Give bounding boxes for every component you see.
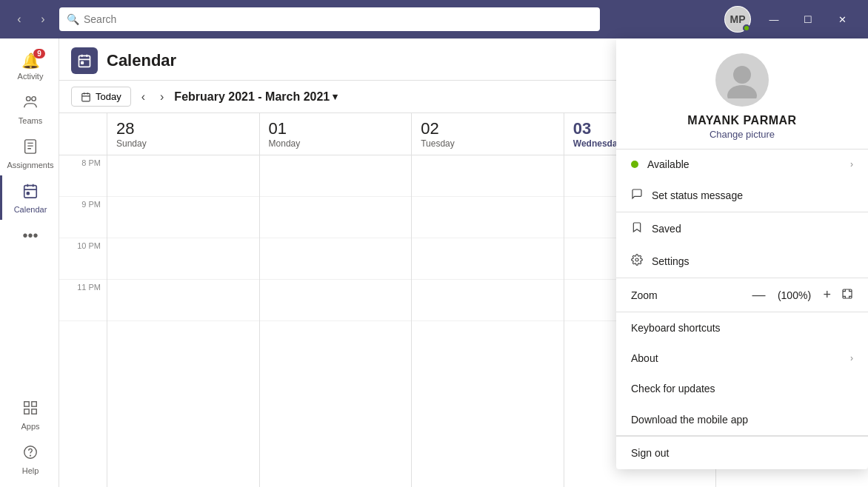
cell-02-9pm[interactable] [412,197,564,238]
day-header-02: 02 Tuesday [411,113,564,155]
status-chevron: › [850,159,853,169]
nav-buttons: ‹ › [9,9,53,30]
sign-out-item[interactable]: Sign out [616,436,868,469]
sidebar-item-assignments[interactable]: Assignments [0,131,59,175]
cell-28-11pm[interactable] [107,280,259,321]
day-number-02: 02 [421,119,555,138]
profile-avatar [715,53,769,107]
next-week-button[interactable]: › [156,87,168,107]
check-updates-item[interactable]: Check for updates [616,373,868,404]
svg-rect-12 [81,62,84,64]
about-item[interactable]: About › [616,343,868,373]
status-message-icon [631,188,643,203]
avatar-status-dot [743,24,750,32]
search-input[interactable] [84,13,592,25]
sidebar-item-apps[interactable]: Apps [0,392,59,437]
maximize-button[interactable]: ☐ [791,7,825,31]
help-icon [22,444,39,464]
svg-rect-5 [24,402,29,406]
zoom-value: (100%) [775,289,812,301]
sidebar-item-more[interactable]: ••• [0,220,59,250]
about-label: About [631,352,658,364]
svg-point-10 [30,455,31,456]
day-number-01: 01 [269,119,403,138]
svg-point-0 [27,97,31,101]
change-picture-link[interactable]: Change picture [628,129,856,140]
close-button[interactable]: ✕ [825,7,859,31]
sidebar-label-apps: Apps [21,422,39,431]
sidebar-label-help: Help [22,466,39,475]
sidebar-label-assignments: Assignments [7,161,54,169]
day-label-28: Sunday [116,138,250,149]
back-button[interactable]: ‹ [9,9,30,30]
main-layout: 🔔 9 Activity Teams Assignments [0,38,868,487]
settings-icon [631,254,643,269]
download-mobile-item[interactable]: Download the mobile app [616,404,868,435]
day-col-02 [411,155,564,487]
status-available-label: Available [647,158,690,170]
minimize-button[interactable]: — [757,7,791,31]
titlebar: ‹ › 🔍 MP — ☐ ✕ [0,0,868,38]
date-range-label: February 2021 - March 2021 [174,90,330,104]
svg-rect-17 [843,289,852,298]
zoom-fullscreen-icon[interactable] [841,288,853,303]
settings-label: Settings [652,255,690,267]
svg-point-16 [635,258,638,261]
status-message-item[interactable]: Set status message [616,179,868,212]
time-column: 8 PM 9 PM 10 PM 11 PM [59,155,107,487]
search-bar: 🔍 [59,7,600,31]
cell-01-10pm[interactable] [260,238,412,280]
cell-28-10pm[interactable] [107,238,259,280]
cell-02-10pm[interactable] [412,238,564,280]
status-section: Available › Set status message [616,150,868,212]
search-icon: 🔍 [67,13,79,25]
day-header-01: 01 Monday [259,113,412,155]
cell-28-9pm[interactable] [107,197,259,238]
settings-item[interactable]: Settings [616,245,868,278]
cell-28-8pm[interactable] [107,155,259,197]
more-icon: ••• [22,227,38,244]
cell-02-8pm[interactable] [412,155,564,197]
zoom-label: Zoom [631,289,741,301]
profile-name: MAYANK PARMAR [628,114,856,127]
svg-rect-7 [24,409,29,414]
sidebar-item-help[interactable]: Help [0,437,59,481]
svg-rect-2 [25,140,36,153]
sidebar-item-calendar[interactable]: Calendar [0,175,59,220]
prev-week-button[interactable]: ‹ [137,87,150,107]
sidebar-bottom: Apps Help [0,392,59,487]
svg-rect-11 [79,56,90,67]
svg-point-14 [733,66,751,84]
saved-item[interactable]: Saved [616,212,868,245]
avatar-button[interactable]: MP [724,6,751,33]
zoom-increase-button[interactable]: + [820,287,834,303]
day-header-28: 28 Sunday [107,113,259,155]
menu-section: Keyboard shortcuts About › Check for upd… [616,312,868,436]
status-available-dot [631,161,638,168]
svg-rect-4 [27,192,29,195]
about-chevron: › [850,353,853,363]
svg-point-1 [32,97,36,101]
cell-02-11pm[interactable] [412,280,564,321]
day-col-28 [107,155,259,487]
today-label: Today [96,91,121,102]
apps-icon [22,400,39,420]
sidebar: 🔔 9 Activity Teams Assignments [0,38,59,487]
sidebar-item-teams[interactable]: Teams [0,87,59,131]
calendar-app-icon [71,47,98,74]
date-range-chevron: ▾ [333,91,338,102]
zoom-decrease-button[interactable]: — [749,287,768,303]
date-range[interactable]: February 2021 - March 2021 ▾ [174,90,338,104]
saved-settings-section: Saved Settings [616,212,868,278]
cell-01-9pm[interactable] [260,197,412,238]
cell-01-11pm[interactable] [260,280,412,321]
keyboard-shortcuts-item[interactable]: Keyboard shortcuts [616,312,868,343]
today-button[interactable]: Today [71,87,131,107]
svg-point-15 [727,85,757,98]
status-available-item[interactable]: Available › [616,150,868,179]
sidebar-item-activity[interactable]: 🔔 9 Activity [0,44,59,87]
saved-icon [631,221,643,236]
cell-01-8pm[interactable] [260,155,412,197]
forward-button[interactable]: › [33,9,53,30]
teams-icon [22,94,39,114]
